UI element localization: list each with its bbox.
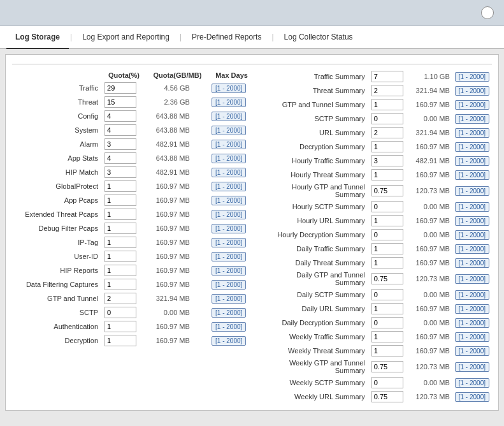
quota-pct-input[interactable] <box>371 229 403 240</box>
max-days-button[interactable]: [1 - 2000] <box>455 114 489 124</box>
max-days-button[interactable]: [1 - 2000] <box>212 308 246 318</box>
max-days-button[interactable]: [1 - 2000] <box>455 230 489 240</box>
max-days-button[interactable]: [1 - 2000] <box>212 210 246 219</box>
max-days-button[interactable]: [1 - 2000] <box>212 252 246 261</box>
quota-pct-input[interactable] <box>371 345 403 356</box>
max-days-button[interactable]: [1 - 2000] <box>455 332 489 342</box>
max-days-button[interactable]: [1 - 2000] <box>212 112 246 121</box>
table-row: Threat Summary 321.94 MB [1 - 2000] <box>267 84 492 98</box>
max-days-button[interactable]: [1 - 2000] <box>212 224 246 233</box>
quota-pct-input[interactable] <box>104 251 136 262</box>
table-row: Alarm 482.91 MB [1 - 2000] <box>12 137 254 151</box>
tab-log-collector-status[interactable]: Log Collector Status <box>275 26 362 49</box>
max-days-button[interactable]: [1 - 2000] <box>212 84 246 93</box>
quota-pct-input[interactable] <box>371 113 403 124</box>
quota-pct-input[interactable] <box>371 99 403 110</box>
max-days-button[interactable]: [1 - 2000] <box>455 346 489 356</box>
quota-pct-cell <box>102 179 146 193</box>
max-days-button[interactable]: [1 - 2000] <box>455 170 489 180</box>
quota-pct-input[interactable] <box>104 279 136 290</box>
quota-pct-input[interactable] <box>371 127 403 138</box>
help-icon[interactable] <box>481 6 494 19</box>
max-days-button[interactable]: [1 - 2000] <box>212 154 246 163</box>
tab-log-export[interactable]: Log Export and Reporting <box>73 26 178 49</box>
quota-pct-input[interactable] <box>104 321 136 332</box>
quota-pct-input[interactable] <box>371 155 403 166</box>
quota-pct-input[interactable] <box>371 317 403 328</box>
max-days-button[interactable]: [1 - 2000] <box>455 86 489 96</box>
quota-pct-input[interactable] <box>371 361 403 372</box>
max-days-button[interactable]: [1 - 2000] <box>212 98 246 107</box>
quota-pct-input[interactable] <box>371 331 403 342</box>
quota-pct-input[interactable] <box>104 96 136 108</box>
quota-pct-input[interactable] <box>371 201 403 212</box>
quota-pct-input[interactable] <box>371 141 403 152</box>
max-days-button[interactable]: [1 - 2000] <box>455 274 489 284</box>
quota-pct-input[interactable] <box>371 85 403 96</box>
quota-pct-input[interactable] <box>371 377 403 388</box>
max-days-button[interactable]: [1 - 2000] <box>455 216 489 226</box>
max-days-button[interactable]: [1 - 2000] <box>455 128 489 138</box>
max-days-button[interactable]: [1 - 2000] <box>455 258 489 268</box>
quota-pct-input[interactable] <box>371 215 403 226</box>
max-days-button[interactable]: [1 - 2000] <box>455 202 489 212</box>
max-days-button[interactable]: [1 - 2000] <box>212 238 246 247</box>
quota-pct-input[interactable] <box>104 138 136 150</box>
max-days-button[interactable]: [1 - 2000] <box>212 196 246 205</box>
max-days-button[interactable]: [1 - 2000] <box>212 336 246 346</box>
quota-pct-input[interactable] <box>371 71 403 82</box>
quota-pct-input[interactable] <box>104 152 136 164</box>
quota-pct-input[interactable] <box>104 124 136 136</box>
quota-pct-input[interactable] <box>371 273 403 284</box>
max-days-button[interactable]: [1 - 2000] <box>455 304 489 314</box>
max-days-cell: [1 - 2000] <box>452 154 492 168</box>
quota-pct-input[interactable] <box>371 169 403 180</box>
max-days-button[interactable]: [1 - 2000] <box>455 156 489 166</box>
max-days-button[interactable]: [1 - 2000] <box>212 280 246 290</box>
max-days-button[interactable]: [1 - 2000] <box>455 186 489 196</box>
max-days-button[interactable]: [1 - 2000] <box>212 168 246 177</box>
max-days-button[interactable]: [1 - 2000] <box>212 266 246 275</box>
quota-pct-input[interactable] <box>104 180 136 192</box>
max-days-button[interactable]: [1 - 2000] <box>455 362 489 372</box>
quota-pct-input[interactable] <box>104 265 136 276</box>
max-days-button[interactable]: [1 - 2000] <box>455 318 489 328</box>
quota-pct-input[interactable] <box>371 243 403 254</box>
size-cell: 0.00 MB <box>406 316 452 330</box>
max-days-button[interactable]: [1 - 2000] <box>455 392 489 402</box>
quota-pct-cell <box>369 330 406 344</box>
max-days-cell: [1 - 2000] <box>209 151 254 165</box>
quota-pct-input[interactable] <box>371 185 403 196</box>
quota-pct-input[interactable] <box>371 391 403 402</box>
tab-predefined-reports[interactable]: Pre-Defined Reports <box>183 26 270 49</box>
quota-pct-input[interactable] <box>104 82 136 94</box>
max-days-button[interactable]: [1 - 2000] <box>455 378 489 388</box>
quota-pct-input[interactable] <box>104 335 136 346</box>
quota-pct-input[interactable] <box>104 223 136 234</box>
max-days-cell: [1 - 2000] <box>209 277 254 291</box>
max-days-button[interactable]: [1 - 2000] <box>455 142 489 152</box>
max-days-button[interactable]: [1 - 2000] <box>212 182 246 191</box>
quota-pct-input[interactable] <box>104 166 136 178</box>
max-days-button[interactable]: [1 - 2000] <box>455 244 489 254</box>
max-days-button[interactable]: [1 - 2000] <box>212 140 246 149</box>
max-days-button[interactable]: [1 - 2000] <box>212 126 246 135</box>
quota-pct-input[interactable] <box>371 303 403 314</box>
content-area: Quota(%) Quota(GB/MB) Max Days Traffic 4… <box>5 54 499 411</box>
max-days-button[interactable]: [1 - 2000] <box>212 322 246 332</box>
max-days-button[interactable]: [1 - 2000] <box>212 294 246 304</box>
tab-log-storage[interactable]: Log Storage <box>6 26 69 49</box>
quota-pct-input[interactable] <box>104 307 136 318</box>
quota-pct-input[interactable] <box>104 237 136 248</box>
quota-pct-input[interactable] <box>104 110 136 122</box>
row-label: Weekly SCTP Summary <box>267 376 369 390</box>
quota-pct-input[interactable] <box>104 195 136 206</box>
max-days-button[interactable]: [1 - 2000] <box>455 100 489 110</box>
quota-pct-input[interactable] <box>371 257 403 268</box>
quota-pct-input[interactable] <box>104 209 136 220</box>
quota-pct-input[interactable] <box>371 289 403 300</box>
max-days-button[interactable]: [1 - 2000] <box>455 290 489 300</box>
table-row: Hourly GTP and Tunnel Summary 120.73 MB … <box>267 182 492 200</box>
max-days-button[interactable]: [1 - 2000] <box>455 72 489 82</box>
quota-pct-input[interactable] <box>104 293 136 304</box>
